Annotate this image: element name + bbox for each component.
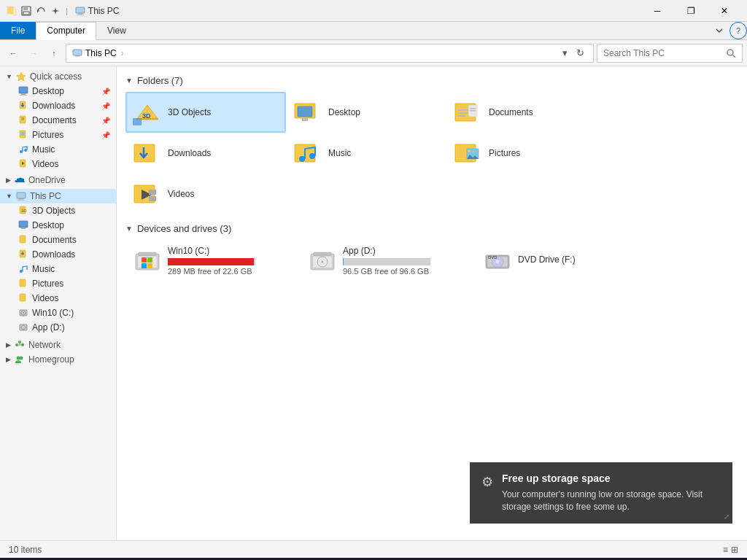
music-pc-icon — [18, 264, 28, 274]
folder-label-pictures: Pictures — [489, 148, 520, 158]
tab-view[interactable]: View — [96, 22, 137, 39]
drive-item-win10c[interactable]: Win10 (C:) 289 MB free of 22.6 GB — [125, 240, 301, 281]
sidebar-item-pictures-pc[interactable]: Pictures — [0, 276, 116, 291]
sidebar-section-network[interactable]: ▶ Network — [0, 338, 116, 352]
svg-rect-22 — [21, 132, 25, 136]
minimize-button[interactable]: ─ — [640, 0, 674, 22]
sidebar-item-win10c[interactable]: Win10 (C:) — [0, 306, 116, 320]
svg-rect-34 — [20, 236, 26, 243]
folder-item-videos[interactable]: Videos — [125, 174, 286, 214]
ribbon-expand[interactable] — [709, 22, 729, 39]
sidebar-label-desktop-pc: Desktop — [32, 220, 64, 230]
sidebar-item-desktop-qa[interactable]: Desktop 📌 — [0, 84, 116, 98]
svg-point-88 — [322, 260, 324, 262]
address-right: ▾ ↻ — [560, 47, 587, 58]
sidebar-item-documents-qa[interactable]: Documents 📌 — [0, 113, 116, 128]
folder-item-documents[interactable]: Documents — [446, 92, 607, 133]
address-chevron: › — [121, 48, 124, 58]
svg-rect-81 — [147, 257, 152, 262]
folder-item-downloads[interactable]: Downloads — [125, 133, 286, 174]
devices-collapse-icon[interactable]: ▼ — [125, 225, 133, 233]
tab-file[interactable]: File — [0, 22, 36, 39]
address-dropdown-button[interactable]: ▾ — [560, 47, 570, 58]
drive-c-bar-container — [168, 258, 255, 265]
drive-d-free: 96.5 GB free of 96.6 GB — [343, 267, 468, 276]
address-text: This PC — [85, 48, 117, 58]
network-icon — [15, 340, 25, 350]
sidebar-item-videos-qa[interactable]: Videos — [0, 157, 116, 171]
sidebar-item-pictures-qa[interactable]: Pictures 📌 — [0, 128, 116, 142]
folder-label-desktop: Desktop — [328, 107, 360, 117]
sidebar-item-videos-pc[interactable]: Videos — [0, 291, 116, 306]
sidebar-item-music-qa[interactable]: Music — [0, 142, 116, 157]
drive-c-name: Win10 (C:) — [168, 246, 293, 256]
sidebar-label-documents: Documents — [32, 115, 77, 125]
drive-item-dvd[interactable]: DVD DVD Drive (F:) — [476, 240, 651, 281]
svg-rect-63 — [470, 108, 476, 109]
pin-icon-3: 📌 — [101, 117, 110, 125]
maximize-button[interactable]: ❐ — [674, 0, 708, 22]
sidebar-label-downloads-pc: Downloads — [32, 249, 75, 260]
svg-point-92 — [495, 260, 500, 264]
forward-button[interactable]: → — [25, 44, 42, 62]
item-count: 10 items — [9, 545, 42, 555]
drive-item-appd[interactable]: App (D:) 96.5 GB free of 96.6 GB — [301, 240, 476, 281]
sidebar-section-quick-access[interactable]: ▼ Quick access — [0, 69, 116, 84]
close-button[interactable]: ✕ — [708, 0, 741, 22]
3dobjects-sidebar-icon: 3D — [18, 206, 28, 216]
help-button[interactable]: ? — [729, 22, 747, 39]
sidebar-section-thispc[interactable]: ▼ This PC — [0, 189, 116, 203]
svg-rect-75 — [149, 190, 156, 195]
folder-item-music[interactable]: Music — [286, 133, 446, 174]
sidebar-item-downloads-qa[interactable]: Downloads 📌 — [0, 98, 116, 113]
sidebar-section-onedrive[interactable]: ▶ OneDrive — [0, 173, 116, 187]
drive-d-bar-container — [343, 258, 430, 265]
sidebar-label-music-pc: Music — [32, 264, 55, 274]
details-view-button[interactable]: ≡ — [723, 545, 728, 555]
notification-toast[interactable]: ⚙ Free up storage space Your computer's … — [470, 462, 732, 524]
folder-item-desktop[interactable]: Desktop — [286, 92, 446, 133]
sidebar-section-homegroup[interactable]: ▶ Homegroup — [0, 352, 116, 367]
svg-rect-33 — [21, 228, 26, 229]
tab-computer[interactable]: Computer — [36, 22, 96, 40]
svg-rect-56 — [298, 106, 312, 117]
folders-collapse-icon[interactable]: ▼ — [125, 77, 133, 85]
drive-c-bar — [168, 258, 254, 265]
svg-rect-83 — [147, 263, 152, 268]
address-refresh-button[interactable]: ↻ — [573, 47, 587, 58]
sidebar-item-music-pc[interactable]: Music — [0, 262, 116, 276]
sidebar-item-documents-pc[interactable]: Documents — [0, 233, 116, 247]
notification-gear-icon: ⚙ — [481, 474, 493, 490]
sidebar-label-appd: App (D:) — [32, 322, 65, 332]
large-icons-view-button[interactable]: ⊞ — [731, 545, 738, 555]
sidebar-item-3dobjects[interactable]: 3D 3D Objects — [0, 203, 116, 218]
up-button[interactable]: ↑ — [45, 44, 63, 62]
sidebar-label-network: Network — [28, 340, 61, 350]
sidebar-item-downloads-pc[interactable]: Downloads — [0, 247, 116, 262]
drive-c-visual-icon — [133, 246, 162, 276]
svg-rect-76 — [149, 196, 156, 201]
back-button[interactable]: ← — [4, 44, 22, 62]
customize-icon[interactable] — [50, 5, 61, 17]
folder-item-pictures[interactable]: Pictures — [446, 133, 607, 174]
undo-icon[interactable] — [35, 5, 47, 17]
search-input[interactable] — [603, 48, 726, 58]
address-path[interactable]: This PC › ▾ ↻ — [66, 44, 594, 63]
svg-rect-57 — [302, 118, 308, 121]
sidebar-item-appd[interactable]: App (D:) — [0, 320, 116, 335]
title-separator: | — [66, 7, 68, 15]
sidebar-item-desktop-pc[interactable]: Desktop — [0, 218, 116, 233]
sidebar-label-win10c: Win10 (C:) — [32, 308, 74, 318]
notification-resize-handle[interactable]: ⤢ — [724, 513, 729, 521]
svg-rect-16 — [20, 95, 27, 96]
drive-d-info: App (D:) 96.5 GB free of 96.6 GB — [343, 246, 468, 276]
documents-icon — [18, 115, 28, 125]
drive-d-visual-icon — [308, 246, 337, 276]
drive-d-icon — [18, 322, 28, 332]
search-box[interactable] — [597, 44, 743, 63]
folder-item-3dobjects[interactable]: 3D 3D Objects — [125, 92, 286, 133]
svg-rect-11 — [75, 55, 80, 57]
save-icon[interactable] — [20, 5, 32, 17]
svg-rect-79 — [139, 252, 156, 256]
sidebar-label: Desktop — [32, 86, 64, 96]
